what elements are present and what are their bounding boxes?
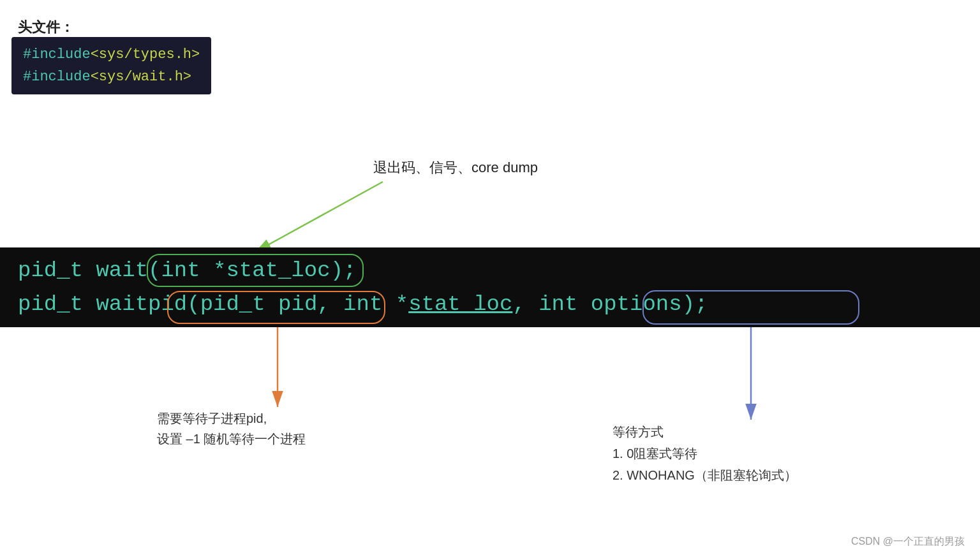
include-path-2: <sys/wait.h> [91, 69, 191, 85]
annotation-options: 等待方式 1. 0阻塞式等待 2. WNOHANG（非阻塞轮询式） [612, 421, 797, 486]
code-line-2: pid_t waitpid(pid_t pid, int *stat_loc, … [18, 288, 962, 321]
code-end-2: ); [682, 292, 708, 316]
annotation-exit: 退出码、信号、core dump [373, 158, 538, 177]
code-int-stat: int *stat_loc [343, 292, 512, 316]
annotation-options-item1: 1. 0阻塞式等待 [612, 443, 797, 464]
csdn-label: CSDN @一个正直的男孩 [851, 535, 965, 549]
code-pid-t-1: pid_t wait( [18, 258, 161, 283]
include-line-2: #include<sys/wait.h> [23, 66, 200, 88]
include-hash-2: #include [23, 69, 91, 85]
code-pid-t-pid: pid_t pid [200, 292, 318, 316]
annotation-options-title: 等待方式 [612, 421, 797, 443]
header-label: 头文件： [18, 18, 74, 37]
code-comma-1: , [317, 292, 343, 316]
code-line-1: pid_t wait(int *stat_loc); [18, 254, 962, 288]
annotation-pid: 需要等待子进程pid, 设置 –1 随机等待一个进程 [157, 408, 306, 449]
include-line-1: #include<sys/types.h> [23, 43, 200, 66]
code-pid-t-2: pid_t waitpid( [18, 292, 200, 316]
annotation-pid-line1: 需要等待子进程pid, [157, 408, 306, 429]
include-block: #include<sys/types.h> #include<sys/wait.… [11, 37, 211, 94]
include-hash-1: #include [23, 47, 91, 63]
include-path-1: <sys/types.h> [91, 47, 200, 63]
code-stat-loc-1: int *stat_loc [161, 258, 330, 283]
code-int-options: int options [538, 292, 681, 316]
annotation-pid-line2: 设置 –1 随机等待一个进程 [157, 429, 306, 449]
annotation-options-item2: 2. WNOHANG（非阻塞轮询式） [612, 464, 797, 486]
svg-line-3 [255, 182, 383, 252]
code-comma-2: , [512, 292, 538, 316]
main-code-block: pid_t wait(int *stat_loc); pid_t waitpid… [0, 247, 980, 327]
code-end-1: ); [330, 258, 357, 283]
